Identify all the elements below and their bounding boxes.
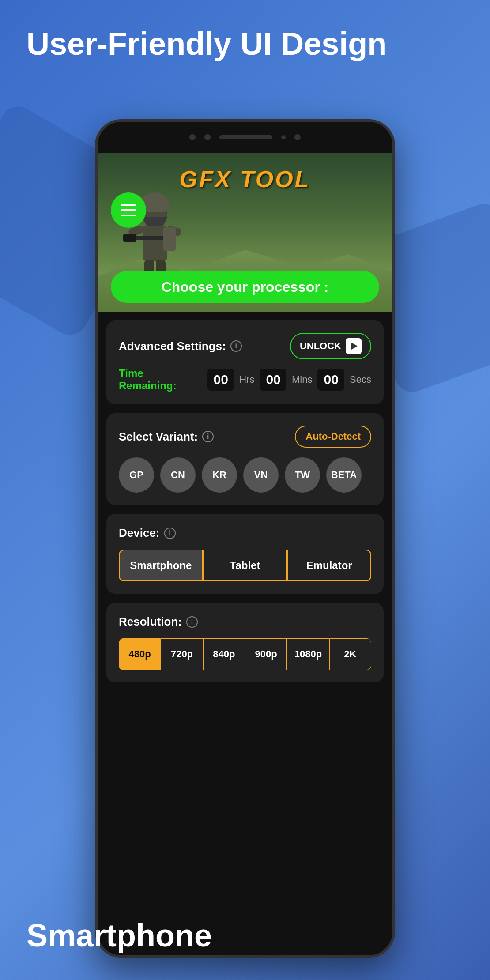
- device-title: Device:: [119, 526, 160, 540]
- hamburger-line-2: [121, 209, 136, 211]
- resolution-btn-720p[interactable]: 720p: [161, 638, 203, 670]
- speaker-bar: [219, 135, 272, 139]
- device-header: Device: i: [119, 526, 371, 540]
- time-remaining-row: Time Remaining: 00 Hrs 00 Mins 00 Secs: [119, 367, 371, 392]
- sensor-dot: [281, 135, 286, 139]
- time-remaining-label: Time Remaining:: [119, 367, 202, 392]
- device-btn-smartphone[interactable]: Smartphone: [119, 550, 203, 581]
- resolution-title: Resolution:: [119, 615, 182, 629]
- camera-dot-mid: [204, 134, 211, 140]
- svg-rect-7: [123, 234, 136, 242]
- unlock-button[interactable]: UNLOCK: [290, 333, 371, 359]
- choose-processor-button[interactable]: Choose your processor :: [111, 271, 379, 303]
- advanced-info-icon[interactable]: i: [230, 340, 242, 352]
- phone-mockup: GFX TOOL Choose your processor :: [95, 119, 395, 958]
- variant-btn-gp[interactable]: GP: [119, 457, 154, 493]
- phone-outer: GFX TOOL Choose your processor :: [95, 119, 395, 958]
- select-variant-card: Select Variant: i Auto-Detect GPCNKRVNTW…: [106, 413, 384, 505]
- phone-screen: GFX TOOL Choose your processor :: [98, 153, 392, 955]
- variant-header: Select Variant: i Auto-Detect: [119, 426, 371, 448]
- resolution-info-icon[interactable]: i: [186, 616, 198, 628]
- variant-btn-kr[interactable]: KR: [202, 457, 237, 493]
- camera-dot-right: [294, 134, 301, 140]
- menu-button[interactable]: [111, 192, 146, 228]
- variant-info-icon[interactable]: i: [202, 431, 214, 442]
- hrs-unit: Hrs: [239, 374, 254, 385]
- resolution-header: Resolution: i: [119, 615, 371, 629]
- auto-detect-label: Auto-Detect: [305, 431, 361, 442]
- phone-top-bar: [98, 122, 392, 153]
- play-triangle-icon: [351, 343, 358, 350]
- cards-section: Advanced Settings: i UNLOCK: [98, 312, 392, 691]
- page-title: User-Friendly UI Design: [26, 26, 387, 61]
- side-button-right: [392, 201, 395, 237]
- resolution-buttons-group: 480p720p840p900p1080p2K: [119, 638, 371, 670]
- svg-rect-12: [163, 227, 176, 251]
- secs-display: 00: [317, 369, 344, 391]
- variant-title-group: Select Variant: i: [119, 430, 214, 444]
- resolution-btn-2k[interactable]: 2K: [329, 638, 371, 670]
- variant-btn-vn[interactable]: VN: [243, 457, 279, 493]
- auto-detect-button[interactable]: Auto-Detect: [295, 426, 371, 448]
- play-icon-box: [346, 338, 362, 354]
- resolution-btn-480p[interactable]: 480p: [119, 638, 161, 670]
- device-info-icon[interactable]: i: [164, 528, 176, 539]
- variant-btn-cn[interactable]: CN: [160, 457, 196, 493]
- advanced-title-group: Advanced Settings: i: [119, 339, 242, 353]
- advanced-settings-card: Advanced Settings: i UNLOCK: [106, 320, 384, 404]
- resolution-card: Resolution: i 480p720p840p900p1080p2K: [106, 603, 384, 682]
- smartphone-bottom-label: Smartphone: [26, 917, 212, 954]
- resolution-btn-1080p[interactable]: 1080p: [287, 638, 329, 670]
- hours-display: 00: [207, 369, 234, 391]
- device-card: Device: i SmartphoneTabletEmulator: [106, 514, 384, 594]
- device-buttons-group: SmartphoneTabletEmulator: [119, 550, 371, 581]
- variant-btn-tw[interactable]: TW: [285, 457, 320, 493]
- gfx-tool-title: GFX TOOL: [180, 166, 311, 192]
- device-btn-tablet[interactable]: Tablet: [203, 550, 287, 581]
- resolution-btn-900p[interactable]: 900p: [245, 638, 287, 670]
- variant-buttons-group: GPCNKRVNTWBETA: [119, 457, 371, 493]
- device-btn-emulator[interactable]: Emulator: [287, 550, 371, 581]
- advanced-settings-header: Advanced Settings: i UNLOCK: [119, 333, 371, 359]
- unlock-label: UNLOCK: [300, 340, 341, 352]
- resolution-btn-840p[interactable]: 840p: [203, 638, 245, 670]
- svg-rect-2: [143, 212, 167, 217]
- variant-btn-beta[interactable]: BETA: [326, 457, 362, 493]
- game-header: GFX TOOL Choose your processor :: [98, 153, 392, 312]
- hamburger-line-1: [121, 204, 136, 206]
- hamburger-line-3: [121, 215, 136, 216]
- select-variant-title: Select Variant:: [119, 430, 198, 444]
- advanced-settings-title: Advanced Settings:: [119, 339, 226, 353]
- mins-unit: Mins: [292, 374, 312, 385]
- secs-unit: Secs: [350, 374, 371, 385]
- camera-dot-left: [189, 134, 196, 140]
- mins-display: 00: [260, 369, 286, 391]
